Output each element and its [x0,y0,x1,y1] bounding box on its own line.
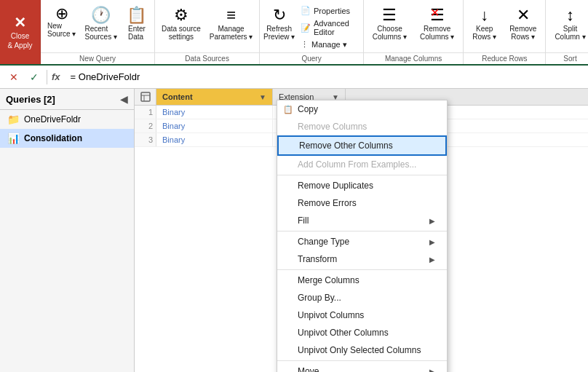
ctx-item-remove-errors[interactable]: Remove Errors [277,194,447,212]
section-label-sort: Sort [546,52,588,64]
formula-cancel-button[interactable]: ✕ [6,69,22,85]
ctx-item-remove-other-columns[interactable]: Remove Other Columns [277,135,447,156]
manage-icon: ⋮ [301,40,309,50]
remove-rows-button[interactable]: ✕ RemoveRows ▾ [504,3,542,44]
properties-button[interactable]: 📄 Properties [297,4,360,17]
ctx-unpivot-columns-label: Unpivot Columns [298,310,364,320]
new-source-button[interactable]: ⊕ NewSource ▾ [44,3,79,41]
remove-columns-icon: ☰✕ [430,6,445,25]
ribbon-section-sort: ↕ SplitColumn ▾ Sort [546,0,588,64]
split-column-button[interactable]: ↕ SplitColumn ▾ [549,3,588,44]
row-cell-2-content: Binary [156,119,273,132]
formula-text: = OneDriveFoldr [65,70,582,84]
section-label-new-query: New Query [41,52,154,64]
section-label-query: Query [260,52,363,64]
manage-parameters-icon: ≡ [226,6,236,25]
sidebar: Queries [2] ◀ 📁 OneDriveFoldr 📊 Consolid… [0,89,135,372]
ctx-item-unpivot-columns[interactable]: Unpivot Columns [277,306,447,324]
enter-data-label: EnterData [128,25,146,41]
data-source-settings-button[interactable]: ⚙ Data sourcesettings [158,3,204,44]
ribbon-section-query: ↻ RefreshPreview ▾ 📄 Properties 📝 Advanc… [260,0,364,64]
recent-sources-button[interactable]: 🕐 RecentSources ▾ [81,3,120,44]
ctx-add-column-label: Add Column From Examples... [298,159,416,170]
ribbon-section-manage-columns: ☰ ChooseColumns ▾ ☰✕ RemoveColumns ▾ Man… [364,0,464,64]
sidebar-item-label-onedrivefolder: OneDriveFoldr [24,114,81,124]
row-num-3: 3 [135,133,156,146]
fill-arrow-icon: ▶ [429,217,435,225]
ribbon-section-data-sources: ⚙ Data sourcesettings ≡ ManageParameters… [155,0,260,64]
ribbon-sections: ⊕ NewSource ▾ 🕐 RecentSources ▾ 📋 EnterD… [41,0,588,64]
advanced-editor-label: Advanced Editor [314,19,357,36]
body-area: Queries [2] ◀ 📁 OneDriveFoldr 📊 Consolid… [0,89,588,372]
manage-parameters-label: ManageParameters ▾ [210,25,253,41]
sidebar-item-consolidation[interactable]: 📊 Consolidation [0,129,134,148]
section-label-manage-columns: Manage Columns [364,52,464,64]
advanced-editor-button[interactable]: 📝 Advanced Editor [297,17,360,38]
row-cell-1-content: Binary [156,106,273,119]
split-column-icon: ↕ [566,6,574,25]
sidebar-item-onedrivefolder[interactable]: 📁 OneDriveFoldr [0,110,134,129]
formula-confirm-button[interactable]: ✓ [26,69,42,85]
manage-label: Manage ▾ [311,40,347,50]
sidebar-header: Queries [2] ◀ [0,89,134,110]
ctx-item-merge-columns[interactable]: Merge Columns [277,272,447,289]
choose-columns-label: ChooseColumns ▾ [373,25,407,41]
sidebar-item-label-consolidation: Consolidation [24,133,82,143]
close-apply-button[interactable]: ✕ Close & Apply [0,0,41,64]
ctx-remove-columns-label: Remove Columns [298,122,367,132]
ribbon-section-new-query: ⊕ NewSource ▾ 🕐 RecentSources ▾ 📋 EnterD… [41,0,155,64]
choose-columns-button[interactable]: ☰ ChooseColumns ▾ [367,3,413,44]
choose-columns-icon: ☰ [382,6,397,25]
remove-columns-button[interactable]: ☰✕ RemoveColumns ▾ [414,3,460,44]
ctx-item-copy[interactable]: 📋 Copy [277,100,447,118]
new-source-icon: ⊕ [55,6,68,22]
ctx-remove-other-columns-label: Remove Other Columns [299,141,393,151]
split-column-label: SplitColumn ▾ [555,25,585,41]
ribbon-section-reduce-rows: ↓ KeepRows ▾ ✕ RemoveRows ▾ Reduce Rows [464,0,546,64]
ctx-unpivot-other-columns-label: Unpivot Other Columns [298,328,389,338]
ctx-change-type-label: Change Type [298,237,349,247]
content-area: Content ▼ Extension ▼ 1 Binary sv 2 Bina… [135,89,588,372]
ctx-item-change-type[interactable]: Change Type ▶ [277,233,447,250]
table-icon: 📊 [7,132,20,144]
ctx-item-add-column[interactable]: Add Column From Examples... [277,156,447,173]
ribbon: ✕ Close & Apply ⊕ NewSource ▾ 🕐 RecentSo… [0,0,588,66]
ctx-item-unpivot-only-selected[interactable]: Unpivot Only Selected Columns [277,341,447,359]
ctx-item-group-by[interactable]: Group By... [277,289,447,306]
new-source-label: NewSource ▾ [47,22,76,38]
ctx-item-remove-columns[interactable]: Remove Columns [277,118,447,135]
ctx-unpivot-only-selected-label: Unpivot Only Selected Columns [298,345,421,355]
fx-label: fx [52,71,60,82]
sidebar-title: Queries [2] [6,94,55,105]
enter-data-button[interactable]: 📋 EnterData [122,3,151,44]
col-header-content[interactable]: Content ▼ [156,89,273,105]
ctx-move-label: Move [298,366,319,372]
refresh-preview-button[interactable]: ↻ RefreshPreview ▾ [263,3,295,44]
ctx-copy-label: Copy [298,104,318,114]
sidebar-collapse-icon[interactable]: ◀ [120,93,128,105]
enter-data-icon: 📋 [127,6,146,25]
advanced-editor-icon: 📝 [301,23,311,33]
ctx-item-unpivot-other-columns[interactable]: Unpivot Other Columns [277,324,447,341]
col-header-icon [135,89,156,105]
data-source-settings-icon: ⚙ [174,6,188,25]
ctx-group-by-label: Group By... [298,293,341,303]
close-icon: ✕ [14,14,26,31]
section-label-data-sources: Data Sources [155,52,259,64]
remove-rows-icon: ✕ [517,6,530,25]
ctx-item-transform[interactable]: Transform ▶ [277,250,447,268]
section-label-reduce-rows: Reduce Rows [464,52,545,64]
transform-arrow-icon: ▶ [429,256,435,264]
manage-parameters-button[interactable]: ≡ ManageParameters ▾ [206,3,256,44]
close-apply-label: Close & Apply [8,31,33,50]
ctx-item-fill[interactable]: Fill ▶ [277,212,447,229]
ctx-item-move[interactable]: Move ▶ [277,363,447,372]
remove-rows-label: RemoveRows ▾ [509,25,536,41]
keep-rows-icon: ↓ [480,6,488,25]
ctx-item-remove-duplicates[interactable]: Remove Duplicates [277,177,447,194]
manage-button[interactable]: ⋮ Manage ▾ [297,39,360,51]
ctx-remove-duplicates-label: Remove Duplicates [298,181,373,191]
row-num-2: 2 [135,119,156,132]
col-filter-icon[interactable]: ▼ [259,93,266,101]
keep-rows-button[interactable]: ↓ KeepRows ▾ [466,3,502,44]
